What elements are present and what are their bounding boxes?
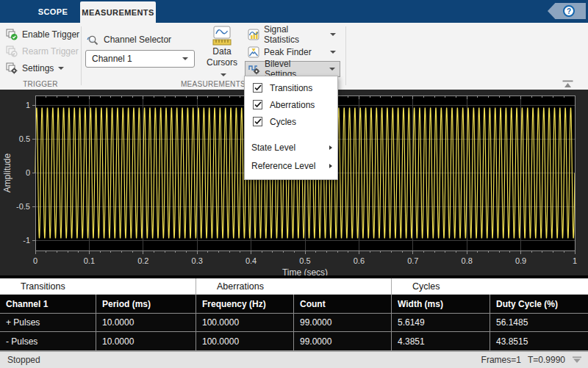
table-cell: 4.3851 <box>392 332 490 350</box>
status-state: Stopped <box>7 355 40 365</box>
table-cell: 10.0000 <box>96 314 196 331</box>
menu-item-label: State Level <box>251 142 295 153</box>
menu-item-label: Transitions <box>270 83 312 93</box>
bilevel-settings-icon <box>248 63 260 75</box>
svg-text:0.1: 0.1 <box>84 256 95 265</box>
checkbox-transitions[interactable] <box>253 83 262 93</box>
checkbox-aberrations[interactable] <box>253 100 262 109</box>
menu-item-state-level[interactable]: State Level <box>245 138 337 156</box>
tab-measurements[interactable]: MEASUREMENTS <box>80 1 156 23</box>
menu-item-reference-level[interactable]: Reference Level <box>245 156 337 175</box>
svg-text:Time (secs): Time (secs) <box>282 267 328 275</box>
svg-text:0.4: 0.4 <box>245 256 257 265</box>
svg-text:0.6: 0.6 <box>354 256 365 265</box>
column-header: Period (ms) <box>96 295 196 313</box>
titlebar: SCOPE MEASUREMENTS ? <box>0 0 588 23</box>
svg-text:0: 0 <box>26 168 30 177</box>
column-header: Channel 1 <box>0 295 96 313</box>
bilevel-settings-menu: Transitions Aberrations Cycles State Lev… <box>244 76 338 180</box>
table-cell: 56.1485 <box>490 314 588 331</box>
enable-trigger-label: Enable Trigger <box>22 29 79 40</box>
data-cursors-icon <box>211 26 233 46</box>
chevron-down-icon <box>182 57 188 60</box>
menu-item-label: Cycles <box>270 117 296 127</box>
peak-finder-label: Peak Finder <box>264 47 312 57</box>
status-frames: Frames=1 <box>481 355 521 365</box>
column-header: Width (ms) <box>392 295 490 313</box>
group-header-aberrations: Aberrations <box>196 278 392 295</box>
menu-item-transitions[interactable]: Transitions <box>245 79 337 96</box>
bilevel-settings-button[interactable]: Bilevel Settings <box>245 61 340 77</box>
measurements-panel: Transitions Aberrations Cycles Channel 1… <box>0 275 588 351</box>
trigger-settings-button[interactable]: Settings <box>2 60 68 76</box>
chevron-down-icon <box>58 67 64 70</box>
svg-text:0.8: 0.8 <box>462 256 473 265</box>
svg-text:-0.5: -0.5 <box>16 202 30 211</box>
submenu-arrow-icon <box>329 164 332 168</box>
table-cell: 43.8515 <box>490 332 588 350</box>
menu-item-aberrations[interactable]: Aberrations <box>245 96 337 113</box>
channel-select-value: Channel 1 <box>92 54 132 64</box>
channel-selector-button[interactable]: Channel Selector <box>83 32 175 48</box>
svg-text:0.5: 0.5 <box>299 256 310 265</box>
signal-statistics-icon <box>248 29 259 40</box>
tab-scope[interactable]: SCOPE <box>26 0 80 23</box>
enable-trigger-button[interactable]: Enable Trigger <box>2 26 83 43</box>
table-header-row: Channel 1 Period (ms) Frequency (Hz) Cou… <box>0 295 588 314</box>
signal-statistics-label: Signal Statistics <box>264 24 326 45</box>
rearm-trigger-icon <box>6 46 18 57</box>
table-cell: 99.0000 <box>294 314 392 331</box>
trigger-settings-label: Settings <box>22 63 54 73</box>
submenu-arrow-icon <box>329 145 332 150</box>
table-cell: + Pulses <box>0 314 96 331</box>
settings-gear-icon <box>6 62 18 74</box>
menu-item-cycles[interactable]: Cycles <box>245 113 337 130</box>
group-header-cycles: Cycles <box>392 278 588 295</box>
group-header-transitions: Transitions <box>0 278 196 295</box>
data-cursors-label-line2: Cursors <box>201 57 243 79</box>
trigger-group-label: TRIGGER <box>0 80 81 88</box>
channel-selector-icon <box>87 34 99 46</box>
enable-trigger-icon <box>6 29 18 40</box>
rearm-trigger-button: Rearm Trigger <box>2 43 82 59</box>
column-header: Duty Cycle (%) <box>490 295 588 313</box>
svg-text:0.3: 0.3 <box>192 256 203 265</box>
column-header: Frequency (Hz) <box>196 295 294 313</box>
statusbar: Stopped Frames=1 T=0.9990 <box>0 351 588 368</box>
checkbox-cycles[interactable] <box>253 117 262 126</box>
table-cell: 100.0000 <box>196 314 294 331</box>
chevron-down-icon <box>329 68 335 71</box>
help-tag[interactable]: ? <box>548 3 586 19</box>
svg-text:0.2: 0.2 <box>137 256 148 265</box>
group-separator <box>345 26 346 85</box>
scope-window: SCOPE MEASUREMENTS ? Enable Trigger Re <box>0 0 588 368</box>
chevron-down-icon <box>330 51 336 54</box>
chevron-down-icon <box>330 33 336 36</box>
table-cell: 99.0000 <box>294 332 392 350</box>
rearm-trigger-label: Rearm Trigger <box>22 46 79 57</box>
signal-statistics-button[interactable]: Signal Statistics <box>245 26 340 43</box>
table-row: - Pulses 10.0000 100.0000 99.0000 4.3851… <box>0 332 588 350</box>
channel-select[interactable]: Channel 1 <box>85 50 195 68</box>
status-time: T=0.9990 <box>528 355 565 365</box>
chevron-down-icon <box>220 73 226 76</box>
data-cursors-button[interactable]: Data Cursors <box>201 26 243 79</box>
table-cell: 10.0000 <box>96 332 196 350</box>
svg-text:0.5: 0.5 <box>19 134 30 143</box>
table-cell: 5.6149 <box>392 314 490 331</box>
svg-text:0.9: 0.9 <box>515 256 526 265</box>
table-cell: - Pulses <box>0 332 96 350</box>
column-header: Count <box>294 295 392 313</box>
menu-gap <box>245 130 337 138</box>
table-row: + Pulses 10.0000 100.0000 99.0000 5.6149… <box>0 314 588 332</box>
svg-text:1: 1 <box>573 256 577 265</box>
svg-text:Amplitude: Amplitude <box>2 154 12 193</box>
peak-finder-icon <box>248 46 259 58</box>
collapse-toolstrip-icon[interactable] <box>562 80 573 88</box>
help-icon[interactable]: ? <box>563 5 575 17</box>
table-cell: 100.0000 <box>196 332 294 350</box>
peak-finder-button[interactable]: Peak Finder <box>245 44 340 60</box>
svg-text:1: 1 <box>26 101 30 109</box>
svg-text:-1: -1 <box>23 236 30 245</box>
dock-indicator-icon[interactable] <box>572 356 582 364</box>
